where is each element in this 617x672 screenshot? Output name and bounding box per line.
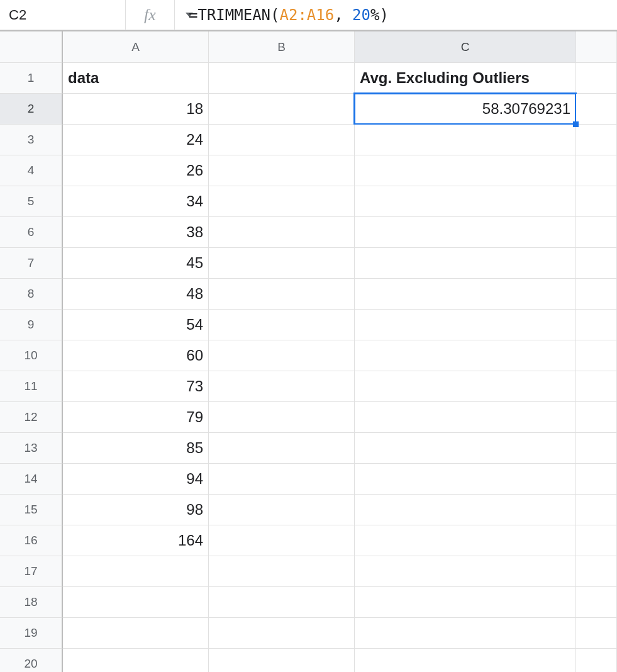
row-header-4[interactable]: 4 [0, 155, 63, 186]
cell-B16[interactable] [209, 525, 355, 556]
cell-A4[interactable]: 26 [63, 155, 209, 186]
cell-B7[interactable] [209, 248, 355, 279]
cell-C7[interactable] [355, 248, 576, 279]
cell-B18[interactable] [209, 587, 355, 618]
cell-C12[interactable] [355, 402, 576, 433]
cell-D2[interactable] [576, 94, 617, 125]
cell-D1[interactable] [576, 63, 617, 94]
cell-D14[interactable] [576, 464, 617, 495]
cell-A6[interactable]: 38 [63, 217, 209, 248]
cell-A20[interactable] [63, 649, 209, 672]
cell-A16[interactable]: 164 [63, 525, 209, 556]
cell-D19[interactable] [576, 618, 617, 649]
cell-B3[interactable] [209, 125, 355, 155]
cell-C18[interactable] [355, 587, 576, 618]
cell-C6[interactable] [355, 217, 576, 248]
row-header-12[interactable]: 12 [0, 402, 63, 433]
row-header-3[interactable]: 3 [0, 125, 63, 155]
cell-D15[interactable] [576, 495, 617, 525]
row-header-14[interactable]: 14 [0, 464, 63, 495]
cell-A2[interactable]: 18 [63, 94, 209, 125]
row-header-20[interactable]: 20 [0, 649, 63, 672]
col-header-A[interactable]: A [63, 31, 209, 63]
cell-D12[interactable] [576, 402, 617, 433]
formula-input[interactable]: =TRIMMEAN(A2:A16, 20%) [175, 6, 617, 24]
cell-B14[interactable] [209, 464, 355, 495]
row-header-15[interactable]: 15 [0, 495, 63, 525]
cell-C19[interactable] [355, 618, 576, 649]
row-header-2[interactable]: 2 [0, 94, 63, 125]
cell-C8[interactable] [355, 279, 576, 310]
cell-D8[interactable] [576, 279, 617, 310]
col-header-D[interactable] [576, 31, 617, 63]
row-header-11[interactable]: 11 [0, 371, 63, 402]
cell-A3[interactable]: 24 [63, 125, 209, 155]
cell-B2[interactable] [209, 94, 355, 125]
cell-D5[interactable] [576, 186, 617, 217]
cell-B8[interactable] [209, 279, 355, 310]
cell-D16[interactable] [576, 525, 617, 556]
cell-A8[interactable]: 48 [63, 279, 209, 310]
cell-B11[interactable] [209, 371, 355, 402]
row-header-8[interactable]: 8 [0, 279, 63, 310]
cell-A9[interactable]: 54 [63, 310, 209, 340]
row-header-17[interactable]: 17 [0, 556, 63, 587]
cell-C20[interactable] [355, 649, 576, 672]
row-header-9[interactable]: 9 [0, 310, 63, 340]
col-header-B[interactable]: B [209, 31, 355, 63]
col-header-C[interactable]: C [355, 31, 576, 63]
row-header-19[interactable]: 19 [0, 618, 63, 649]
cell-D3[interactable] [576, 125, 617, 155]
cell-A14[interactable]: 94 [63, 464, 209, 495]
cell-B13[interactable] [209, 433, 355, 464]
row-header-1[interactable]: 1 [0, 63, 63, 94]
cell-C11[interactable] [355, 371, 576, 402]
cell-A12[interactable]: 79 [63, 402, 209, 433]
cell-B20[interactable] [209, 649, 355, 672]
name-box-wrap[interactable] [0, 0, 126, 30]
row-header-10[interactable]: 10 [0, 340, 63, 371]
cell-C1[interactable]: Avg. Excluding Outliers [355, 63, 576, 94]
cell-D11[interactable] [576, 371, 617, 402]
cell-C15[interactable] [355, 495, 576, 525]
cell-B17[interactable] [209, 556, 355, 587]
cell-B10[interactable] [209, 340, 355, 371]
cell-A1[interactable]: data [63, 63, 209, 94]
cell-B1[interactable] [209, 63, 355, 94]
row-header-18[interactable]: 18 [0, 587, 63, 618]
cell-D6[interactable] [576, 217, 617, 248]
cell-A7[interactable]: 45 [63, 248, 209, 279]
cell-D20[interactable] [576, 649, 617, 672]
cell-A5[interactable]: 34 [63, 186, 209, 217]
cell-C9[interactable] [355, 310, 576, 340]
cell-A11[interactable]: 73 [63, 371, 209, 402]
cell-D4[interactable] [576, 155, 617, 186]
cell-A13[interactable]: 85 [63, 433, 209, 464]
cell-B15[interactable] [209, 495, 355, 525]
cell-D7[interactable] [576, 248, 617, 279]
row-header-13[interactable]: 13 [0, 433, 63, 464]
cell-C3[interactable] [355, 125, 576, 155]
cell-C4[interactable] [355, 155, 576, 186]
row-header-6[interactable]: 6 [0, 217, 63, 248]
cell-A18[interactable] [63, 587, 209, 618]
cell-B12[interactable] [209, 402, 355, 433]
cell-D13[interactable] [576, 433, 617, 464]
row-header-7[interactable]: 7 [0, 248, 63, 279]
cell-C16[interactable] [355, 525, 576, 556]
cell-C17[interactable] [355, 556, 576, 587]
cell-C5[interactable] [355, 186, 576, 217]
select-all-corner[interactable] [0, 31, 63, 63]
cell-B19[interactable] [209, 618, 355, 649]
cell-C2[interactable]: 58.30769231 [355, 94, 576, 125]
cell-A10[interactable]: 60 [63, 340, 209, 371]
cell-A17[interactable] [63, 556, 209, 587]
cell-A15[interactable]: 98 [63, 495, 209, 525]
cell-D10[interactable] [576, 340, 617, 371]
cell-D17[interactable] [576, 556, 617, 587]
cell-A19[interactable] [63, 618, 209, 649]
cell-B9[interactable] [209, 310, 355, 340]
cell-C13[interactable] [355, 433, 576, 464]
selection-handle[interactable] [573, 121, 579, 127]
cell-C14[interactable] [355, 464, 576, 495]
